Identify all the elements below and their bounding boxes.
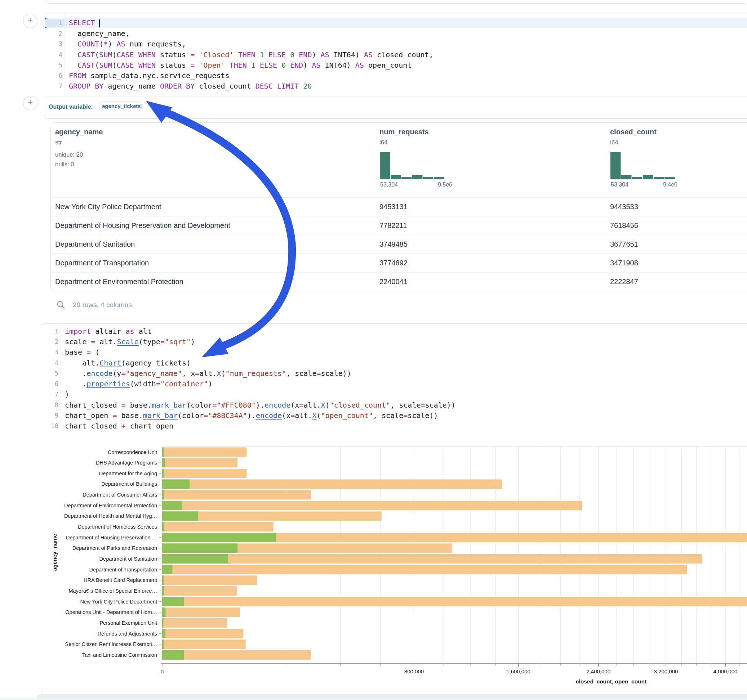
column-header-num-requests[interactable]: num_requests	[380, 128, 429, 136]
table-row[interactable]: Department of Housing Preservation and D…	[51, 216, 747, 235]
line-number: 8	[41, 401, 60, 409]
svg-text:Department for the Aging: Department for the Aging	[99, 471, 157, 477]
code-line[interactable]: 2scale = alt.Scale(type="sqrt")	[41, 336, 747, 347]
table-cell-num_requests: 7782211	[380, 222, 407, 230]
svg-text:Department of Homeless Service: Department of Homeless Services	[78, 524, 157, 530]
svg-text:1,600,000: 1,600,000	[506, 668, 531, 674]
table-cell-agency_name: Department of Sanitation	[55, 240, 135, 249]
search-icon[interactable]	[56, 300, 66, 310]
table-cell-num_requests: 3749485	[380, 240, 408, 249]
table-cell-closed_count: 9443533	[610, 203, 638, 211]
code-line[interactable]: 5 .encode(y="agency_name", x=alt.X("num_…	[41, 368, 747, 379]
bar-chart: Correspondence UnitDHS Advantage Program…	[0, 414, 747, 694]
table-cell-num_requests: 9453131	[380, 203, 408, 211]
column-type-agency-name: str	[55, 139, 62, 146]
svg-text:Department of Sanitation: Department of Sanitation	[100, 556, 157, 562]
table-footer-text: 20 rows, 4 columns	[73, 301, 132, 309]
line-number: 1⌄	[45, 20, 65, 27]
line-number: 5	[45, 62, 65, 69]
num-requests-histogram	[380, 152, 445, 179]
add-cell-button-top[interactable]: +	[23, 14, 38, 28]
table-cell-agency_name: Department of Housing Preservation and D…	[55, 222, 230, 230]
code-line[interactable]: 6FROM sample_data.nyc.service_requests	[45, 70, 747, 81]
code-line[interactable]: 7GROUP BY agency_name ORDER BY closed_co…	[45, 81, 747, 92]
svg-text:Senior Citizen Rent Increase E: Senior Citizen Rent Increase Exempti…	[65, 641, 157, 647]
table-row[interactable]: Department of Environmental Protection22…	[51, 272, 747, 291]
line-number: 1	[41, 328, 60, 335]
table-footer: 20 rows, 4 columns	[56, 300, 132, 310]
svg-text:Personal Exemption Unit: Personal Exemption Unit	[100, 620, 157, 626]
svg-text:Department of Buildings: Department of Buildings	[101, 481, 157, 487]
code-line[interactable]: 6 .properties(width="container")	[41, 379, 747, 389]
line-number: 2	[41, 338, 60, 345]
svg-text:Department of Transportation: Department of Transportation	[89, 567, 157, 573]
code-line[interactable]: 3 COUNT(*) AS num_requests,	[45, 39, 747, 49]
column-header-agency-name[interactable]: agency_name	[55, 128, 103, 136]
table-cell-closed_count: 2222847	[610, 278, 638, 286]
line-number: 7	[41, 391, 60, 398]
svg-text:Taxi and Limousine Commission: Taxi and Limousine Commission	[82, 652, 157, 658]
y-axis-title: agency_name	[51, 516, 58, 588]
table-cell-agency_name: Department of Transportation	[55, 259, 149, 267]
column-type-closed-count: i64	[610, 139, 618, 146]
code-line[interactable]: 3⌄base = (	[41, 347, 747, 358]
previous-cell-edge	[45, 0, 747, 4]
table-cell-closed_count: 7618456	[610, 222, 638, 230]
column-stat-nulls: nulls: 0	[55, 161, 74, 168]
code-line[interactable]: 5 CAST(SUM(CASE WHEN status = 'Open' THE…	[45, 60, 747, 70]
dataframe-table: agency_name str unique: 20 nulls: 0 num_…	[50, 122, 747, 291]
line-number: 6	[45, 72, 65, 79]
x-axis-title: closed_count, open_count	[539, 678, 683, 685]
table-cell-num_requests: 2240041	[380, 278, 408, 286]
fold-chevron-icon[interactable]: ⌄	[61, 351, 64, 355]
svg-text:Department of Consumer Affairs: Department of Consumer Affairs	[83, 492, 157, 498]
line-number: 5	[41, 370, 60, 377]
svg-text:2,400,000: 2,400,000	[586, 668, 611, 674]
svg-text:New York City Police Departmen: New York City Police Department	[80, 599, 157, 605]
text-cursor	[99, 20, 100, 27]
table-cell-num_requests: 3774892	[380, 259, 408, 267]
svg-text:DHS Advantage Programs: DHS Advantage Programs	[96, 460, 157, 466]
table-cell-closed_count: 3471908	[610, 259, 638, 267]
svg-text:3,200,000: 3,200,000	[654, 668, 678, 674]
cell-divider	[45, 96, 747, 97]
column-type-num-requests: i64	[380, 139, 388, 146]
num-requests-histogram-labels: 53,3049.5e6	[380, 181, 452, 188]
table-row[interactable]: Department of Sanitation37494853677651	[51, 235, 747, 254]
svg-text:4,000,000: 4,000,000	[714, 668, 738, 674]
table-cell-agency_name: Department of Environmental Protection	[55, 278, 183, 286]
closed-count-histogram	[610, 152, 675, 179]
code-line[interactable]: 1import altair as alt	[41, 326, 747, 336]
svg-text:Department of Health and Menta: Department of Health and Mental Hyg…	[64, 513, 157, 519]
svg-text:Department of Housing Preserva: Department of Housing Preservation …	[66, 535, 157, 540]
svg-text:800,000: 800,000	[404, 668, 424, 674]
closed-count-histogram-labels: 53,3049.4e6	[611, 181, 677, 188]
code-line[interactable]: 2 agency_name,	[45, 28, 747, 39]
svg-text:Mayorâ€ s Office of Special En: Mayorâ€ s Office of Special Enforce…	[68, 588, 157, 594]
svg-text:Department of Parks and Recrea: Department of Parks and Recreation	[73, 545, 157, 551]
line-number: 6	[41, 380, 60, 388]
line-number: 3	[45, 40, 65, 48]
fold-chevron-icon[interactable]: ⌄	[65, 22, 67, 26]
svg-text:Department of Environmental Pr: Department of Environmental Protection	[64, 503, 157, 508]
code-line[interactable]: 1⌄SELECT	[45, 18, 747, 28]
line-number: 4	[41, 359, 60, 367]
table-cell-agency_name: New York City Police Department	[55, 203, 162, 211]
table-row[interactable]: New York City Police Department945313194…	[51, 197, 747, 216]
output-variable-label: Output variable:	[48, 104, 93, 110]
svg-text:Correspondence Unit: Correspondence Unit	[108, 450, 157, 455]
add-cell-button-output[interactable]: +	[23, 96, 38, 110]
sql-editor[interactable]: 1⌄SELECT 2 agency_name,3 COUNT(*) AS num…	[45, 13, 747, 96]
line-number: 4	[45, 51, 65, 58]
code-line[interactable]: 7)	[41, 389, 747, 400]
svg-text:0: 0	[161, 668, 163, 674]
line-number: 2	[45, 30, 65, 37]
code-line[interactable]: 4 alt.Chart(agency_tickets)	[41, 358, 747, 368]
column-header-closed-count[interactable]: closed_count	[610, 128, 656, 136]
code-line[interactable]: 8chart_closed = base.mark_bar(color="#FF…	[41, 400, 747, 410]
table-cell-closed_count: 3677651	[610, 240, 638, 249]
output-variable-input[interactable]: agency_tickets	[99, 101, 142, 111]
table-row[interactable]: Department of Transportation377489234719…	[51, 253, 747, 273]
svg-text:Refunds and Adjustments: Refunds and Adjustments	[98, 631, 157, 637]
code-line[interactable]: 4 CAST(SUM(CASE WHEN status = 'Closed' T…	[45, 49, 747, 60]
